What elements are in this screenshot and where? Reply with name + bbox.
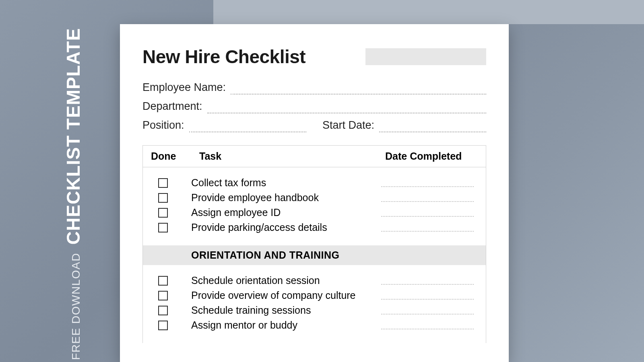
field-input-line[interactable] (379, 123, 486, 132)
document-title: New Hire Checklist (142, 46, 305, 68)
task-label: Assign employee ID (183, 207, 377, 218)
task-label: Provide overview of company culture (183, 290, 377, 301)
field-label: Position: (142, 119, 184, 132)
date-input-line[interactable] (381, 306, 474, 315)
field-label: Employee Name: (142, 81, 226, 95)
table-row: Provide employee handbook (143, 190, 486, 205)
title-placeholder-block (365, 48, 486, 65)
task-label: Schedule training sessions (183, 304, 377, 316)
task-label: Provide parking/access details (183, 222, 377, 233)
date-input-line[interactable] (381, 224, 474, 232)
table-row: Schedule training sessions (143, 303, 486, 318)
checkbox[interactable] (158, 178, 168, 188)
task-label: Provide employee handbook (183, 192, 377, 204)
checkbox[interactable] (158, 291, 168, 300)
date-input-line[interactable] (381, 277, 474, 285)
field-position-startdate: Position: Start Date: (142, 119, 486, 132)
field-employee-name: Employee Name: (142, 81, 486, 95)
table-row: Provide parking/access details (143, 220, 486, 235)
field-label: Start Date: (322, 119, 374, 132)
table-row: Schedule orientation session (143, 273, 486, 288)
date-input-line[interactable] (381, 321, 474, 329)
sidebar-promo-text: FREE DOWNLOAD CHECKLIST TEMPLATE (62, 28, 84, 360)
task-section: Collect tax forms Provide employee handb… (143, 167, 486, 245)
header-fields: Employee Name: Department: Position: Sta… (142, 81, 486, 132)
date-input-line[interactable] (381, 179, 474, 187)
field-input-line[interactable] (207, 104, 486, 113)
col-header-task: Task (191, 146, 381, 167)
field-position: Position: (142, 119, 306, 132)
background-accent-block (213, 0, 644, 24)
field-input-line[interactable] (231, 85, 486, 95)
field-start-date: Start Date: (322, 119, 486, 132)
task-label: Collect tax forms (183, 177, 377, 189)
field-label: Department: (142, 100, 202, 113)
task-section: Schedule orientation session Provide ove… (143, 265, 486, 343)
checkbox[interactable] (158, 208, 168, 218)
col-header-done: Done (143, 146, 191, 167)
table-row: Provide overview of company culture (143, 288, 486, 303)
field-department: Department: (142, 100, 486, 113)
table-row: Assign employee ID (143, 205, 486, 220)
date-input-line[interactable] (381, 194, 474, 202)
document-page: New Hire Checklist Employee Name: Depart… (120, 24, 509, 362)
date-input-line[interactable] (381, 292, 474, 300)
table-row: Assign mentor or buddy (143, 318, 486, 333)
template-preview-stage: FREE DOWNLOAD CHECKLIST TEMPLATE New Hir… (0, 0, 644, 362)
checkbox[interactable] (158, 306, 168, 315)
task-label: Assign mentor or buddy (183, 319, 377, 331)
table-row: Collect tax forms (143, 175, 486, 190)
field-input-line[interactable] (189, 123, 306, 132)
sidebar-title: CHECKLIST TEMPLATE (62, 28, 84, 245)
checkbox[interactable] (158, 193, 168, 203)
date-input-line[interactable] (381, 209, 474, 217)
checklist-table: Done Task Date Completed Collect tax for… (142, 145, 486, 343)
col-header-date: Date Completed (381, 146, 486, 167)
table-header: Done Task Date Completed (143, 146, 486, 167)
checkbox[interactable] (158, 276, 168, 286)
title-row: New Hire Checklist (142, 46, 486, 68)
sidebar-subtitle: FREE DOWNLOAD (70, 253, 83, 360)
task-label: Schedule orientation session (183, 275, 377, 286)
section-header-orientation: ORIENTATION AND TRAINING (143, 245, 486, 265)
checkbox[interactable] (158, 223, 168, 232)
checkbox[interactable] (158, 321, 168, 330)
